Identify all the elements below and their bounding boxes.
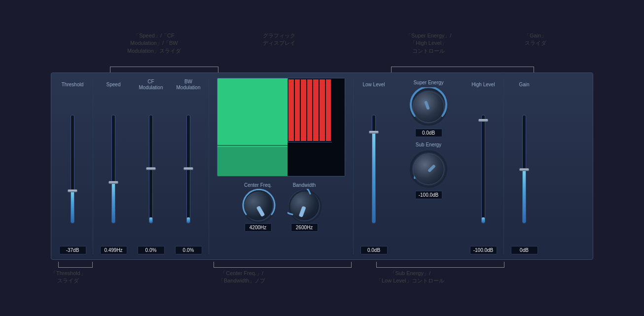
outer-wrapper: 「Speed」/「CFModulation」/「BWModulation」スライ… — [26, 17, 618, 299]
display-section: Center Freq. 4200Hz Bandwidth — [212, 78, 350, 254]
cf-modulation-value: 0.0% — [138, 246, 165, 254]
bracket-speed — [110, 67, 218, 72]
red-bar-6 — [320, 79, 325, 141]
bw-modulation-track-container[interactable] — [181, 94, 195, 244]
threshold-slider-section: Threshold -37dB — [55, 78, 90, 254]
super-energy-section: Super Energy 0.0dB — [409, 78, 448, 137]
gain-track-container[interactable] — [517, 94, 531, 244]
red-bar-3 — [301, 79, 306, 141]
ann-gain: 「Gain」スライダ — [524, 32, 546, 47]
ann-threshold-bottom: 「Threshold」スライダ — [51, 270, 86, 285]
low-level-value: 0.0dB — [360, 246, 388, 254]
sub-energy-label: Sub Energy — [416, 142, 441, 147]
gain-track[interactable] — [522, 115, 526, 223]
low-level-fill — [372, 131, 375, 222]
center-freq-label: Center Freq. — [244, 182, 272, 188]
threshold-value: -37dB — [59, 246, 86, 254]
ann-sub-bottom: 「Sub Energy」/「Low Level」コントロール — [376, 270, 444, 285]
energy-section: Super Energy 0.0dB Sub Energy — [394, 78, 463, 254]
high-level-fill — [482, 217, 485, 223]
sub-energy-indicator — [428, 164, 436, 173]
speed-track[interactable] — [111, 115, 115, 223]
divider-1 — [93, 78, 93, 254]
super-energy-label: Super Energy — [413, 80, 443, 85]
bw-modulation-fill — [187, 217, 190, 223]
threshold-fill — [71, 190, 74, 222]
bw-modulation-slider-section: BWModulation 0.0% — [171, 78, 206, 254]
bracket-sub-bottom — [376, 262, 504, 268]
high-level-value: -100.0dB — [470, 246, 497, 254]
bracket-threshold-bottom — [58, 262, 93, 268]
speed-thumb[interactable] — [108, 181, 118, 184]
bottom-annotations: 「Threshold」スライダ 「Center Freq.」/「Bandwidt… — [51, 262, 593, 294]
gain-slider-section: Gain 0dB — [507, 78, 541, 254]
super-energy-knob-wrap[interactable] — [409, 87, 448, 127]
high-level-label: High Level — [471, 78, 495, 92]
red-bar-5 — [313, 79, 319, 141]
low-level-thumb[interactable] — [369, 131, 379, 134]
low-level-track-container[interactable] — [367, 94, 381, 244]
plugin-body: Threshold -37dB Speed 0.499Hz — [51, 72, 593, 260]
low-level-track[interactable] — [372, 115, 376, 223]
cf-modulation-slider-section: CFModulation 0.0% — [134, 78, 168, 254]
bandwidth-group: Bandwidth 2600Hz — [288, 182, 320, 232]
sub-energy-knob-wrap[interactable] — [409, 149, 448, 189]
divider-4 — [503, 78, 504, 254]
display-green-top — [217, 78, 287, 147]
gain-label: Gain — [519, 78, 529, 92]
gain-thumb[interactable] — [519, 168, 529, 171]
cf-modulation-track[interactable] — [149, 115, 153, 223]
bandwidth-label: Bandwidth — [293, 182, 316, 188]
display-green-bottom — [217, 147, 287, 176]
threshold-thumb[interactable] — [68, 189, 77, 192]
display-red-bars — [287, 78, 332, 142]
red-bar-2 — [295, 79, 300, 141]
red-bar-4 — [307, 79, 313, 141]
divider-2 — [209, 78, 209, 254]
ann-display: グラフィックディスプレイ — [263, 32, 295, 47]
high-level-slider-section: High Level -100.0dB — [466, 78, 501, 254]
ann-knobs-bottom: 「Center Freq.」/「Bandwidth」ノブ — [218, 270, 265, 285]
bracket-knobs-bottom — [214, 262, 352, 268]
center-freq-value: 4200Hz — [245, 223, 272, 232]
bw-modulation-track[interactable] — [186, 115, 190, 223]
center-freq-group: Center Freq. 4200Hz — [242, 182, 274, 232]
display-black-right — [287, 142, 332, 176]
bw-modulation-value: 0.0% — [175, 246, 202, 254]
super-energy-knob[interactable] — [413, 91, 444, 123]
knob-row: Center Freq. 4200Hz Bandwidth — [242, 182, 320, 232]
speed-track-container[interactable] — [107, 94, 120, 244]
graphic-display — [217, 78, 345, 176]
high-level-track[interactable] — [481, 115, 485, 223]
threshold-label: Threshold — [62, 78, 83, 92]
low-level-label: Low Level — [362, 78, 385, 92]
sub-energy-value: -100.0dB — [415, 191, 442, 199]
bandwidth-value: 2600Hz — [291, 223, 318, 232]
display-line-h — [287, 142, 332, 142]
sub-energy-knob[interactable] — [413, 153, 444, 185]
gain-value: 0dB — [511, 246, 538, 254]
red-bar-7 — [326, 79, 331, 141]
high-level-thumb[interactable] — [478, 119, 488, 122]
cf-modulation-thumb[interactable] — [146, 167, 156, 170]
display-black-corner — [332, 78, 345, 176]
bw-modulation-thumb[interactable] — [183, 167, 193, 170]
speed-fill — [112, 182, 115, 223]
cf-modulation-label: CFModulation — [139, 78, 163, 92]
bandwidth-knob[interactable] — [288, 190, 320, 221]
cf-modulation-track-container[interactable] — [144, 94, 158, 244]
divider-3 — [353, 78, 354, 254]
bw-modulation-label: BWModulation — [177, 78, 201, 92]
threshold-track[interactable] — [71, 115, 74, 223]
speed-label: Speed — [107, 78, 121, 92]
threshold-track-container[interactable] — [66, 94, 79, 244]
bracket-energy — [391, 67, 534, 72]
center-freq-knob[interactable] — [242, 190, 274, 221]
speed-value: 0.499Hz — [100, 246, 127, 254]
high-level-track-container[interactable] — [476, 94, 490, 244]
red-bar-1 — [288, 79, 294, 141]
top-annotations: 「Speed」/「CFModulation」/「BWModulation」スライ… — [51, 32, 593, 71]
ann-super-energy: 「Super Energy」/「High Level」コントロール — [406, 32, 451, 55]
low-level-slider-section: Low Level 0.0dB — [357, 78, 391, 254]
ann-speed-modulation: 「Speed」/「CFModulation」/「BWModulation」スライ… — [127, 32, 181, 55]
